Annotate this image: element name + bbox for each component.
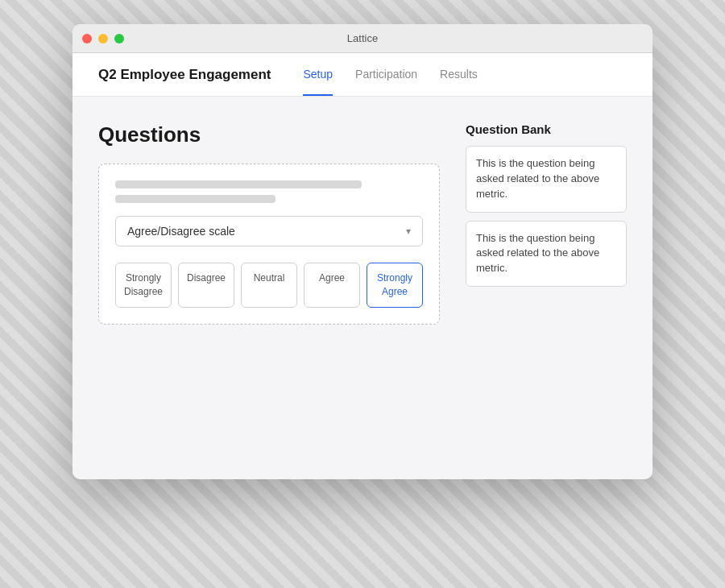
question-text-placeholder	[115, 180, 423, 203]
scale-dropdown[interactable]: Agree/Disagree scale ▾	[115, 216, 423, 246]
dropdown-container: Agree/Disagree scale ▾	[115, 216, 423, 246]
scale-options: Strongly Disagree Disagree Neutral Agree…	[115, 263, 423, 308]
content-area: Questions Agree/Disagree scale ▾	[72, 97, 652, 350]
placeholder-line-1	[115, 180, 362, 188]
main-section: Questions Agree/Disagree scale ▾	[98, 122, 440, 325]
bottom-area	[72, 350, 652, 479]
titlebar: Lattice	[72, 24, 652, 53]
tab-participation[interactable]: Participation	[355, 53, 417, 96]
section-title: Questions	[98, 122, 440, 147]
survey-title: Q2 Employee Engagement	[98, 67, 271, 83]
app-title: Lattice	[347, 32, 378, 44]
scale-option-neutral[interactable]: Neutral	[241, 263, 297, 308]
question-card: Agree/Disagree scale ▾ Strongly Disagree…	[98, 164, 440, 325]
sidebar-title: Question Bank	[466, 122, 627, 136]
chevron-down-icon: ▾	[406, 226, 411, 237]
placeholder-line-2	[115, 195, 276, 203]
scale-option-agree[interactable]: Agree	[304, 263, 360, 308]
minimize-button[interactable]	[98, 34, 108, 43]
question-bank-card-2[interactable]: This is the question being asked related…	[466, 221, 627, 288]
maximize-button[interactable]	[114, 34, 124, 43]
scale-option-disagree[interactable]: Disagree	[178, 263, 234, 308]
app-window: Lattice Q2 Employee Engagement Setup Par…	[72, 24, 652, 479]
sidebar-section: Question Bank This is the question being…	[466, 122, 627, 325]
close-button[interactable]	[82, 34, 92, 43]
header: Q2 Employee Engagement Setup Participati…	[72, 53, 652, 97]
nav-tabs: Setup Participation Results	[303, 53, 477, 96]
question-bank-card-1[interactable]: This is the question being asked related…	[466, 146, 627, 213]
window-controls	[82, 34, 124, 43]
dropdown-label: Agree/Disagree scale	[127, 225, 235, 238]
scale-option-strongly-agree[interactable]: Strongly Agree	[367, 263, 423, 308]
tab-results[interactable]: Results	[440, 53, 478, 96]
tab-setup[interactable]: Setup	[303, 53, 333, 96]
scale-option-strongly-disagree[interactable]: Strongly Disagree	[115, 263, 172, 308]
